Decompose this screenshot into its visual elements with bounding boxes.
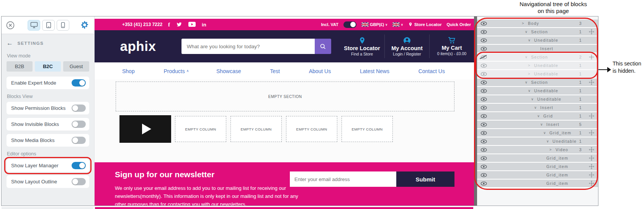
eye-icon[interactable] [477,21,490,26]
eye-icon[interactable] [477,89,490,93]
chevron-icon[interactable]: ∨ [525,55,529,59]
layer-row[interactable]: > Uneditable 1 [477,62,598,70]
layer-row[interactable]: Grid_item [477,154,598,163]
linkedin-icon[interactable]: in [202,22,206,28]
chevron-icon[interactable]: ∨ [540,122,544,126]
move-icon[interactable] [589,54,594,60]
eye-icon[interactable] [477,64,490,68]
layer-row[interactable]: ∨ Uneditable 1 [477,95,598,104]
facebook-icon[interactable]: f [168,21,170,28]
layer-row[interactable]: ∨ Section 1 [477,28,598,36]
eye-icon[interactable] [477,106,490,110]
layer-row[interactable]: Insert [477,45,598,53]
eye-icon[interactable] [477,156,490,160]
layer-row[interactable]: ∨ Uneditable 1 [477,36,598,45]
eye-icon[interactable] [477,80,490,85]
layer-row[interactable]: ∨ Grid 1 [477,112,598,121]
my-cart-menu-item[interactable]: My Cart 0 item(s) - £0.00 [429,34,474,58]
gear-icon[interactable] [80,21,90,30]
empty-column-block[interactable]: EMPTY COLUMN [286,116,337,142]
layer-row[interactable]: Grid_item [477,171,598,180]
layer-row[interactable]: Grid_item [477,180,598,188]
mobile-view-button[interactable] [57,20,69,31]
toggle-switch[interactable] [72,121,86,128]
chevron-icon[interactable]: ∨ [528,89,532,93]
toggle-switch[interactable] [72,178,86,185]
submit-button[interactable]: Submit [396,171,454,187]
layer-row[interactable]: > Uneditable 1 [477,70,598,78]
layer-row[interactable]: ∨ Insert 5 [477,121,598,129]
topbar-store-locator[interactable]: Store Locator [408,22,442,27]
desktop-view-button[interactable] [28,20,40,31]
layer-row[interactable]: > Body 3 [477,20,598,28]
search-input[interactable] [181,39,315,54]
empty-column-block[interactable]: EMPTY COLUMN [175,116,226,142]
nav-item[interactable]: Products∧ [163,68,189,74]
layer-row[interactable]: ∨ Insert 1 [477,104,598,112]
eye-icon[interactable] [477,38,490,42]
layer-row[interactable]: ∨ Grid_item 1 [477,129,598,137]
move-icon[interactable] [589,113,594,119]
move-icon[interactable] [589,29,594,34]
chevron-icon[interactable]: > [528,72,532,76]
eye-icon[interactable] [477,72,490,76]
chevron-icon[interactable]: ∨ [546,139,550,143]
vat-toggle[interactable] [343,21,356,28]
nav-item[interactable]: About Us [309,68,333,74]
move-icon[interactable] [589,130,594,136]
twitter-icon[interactable] [176,21,182,28]
move-icon[interactable] [589,80,594,85]
layer-row[interactable]: ∨ Uneditable 1 [477,87,598,95]
view-mode-button[interactable]: Guest [63,61,89,72]
nav-item[interactable]: Showcase [216,68,243,74]
move-icon[interactable] [589,172,594,178]
language-dropdown[interactable]: ∨ [392,22,403,27]
tablet-view-button[interactable] [42,20,55,31]
toggle-switch[interactable] [72,104,86,112]
layer-row[interactable]: Grid_item [477,163,598,171]
quick-order-link[interactable]: Quick Order [446,22,471,27]
chevron-icon[interactable]: ∨ [531,97,535,101]
empty-section-block[interactable]: EMPTY SECTION [116,82,454,111]
email-input[interactable] [290,171,396,187]
view-mode-button[interactable]: B2B [7,61,33,72]
eye-icon[interactable] [477,148,490,152]
youtube-icon[interactable] [188,22,196,27]
chevron-icon[interactable]: > [528,64,532,67]
eye-icon[interactable] [477,181,490,186]
my-account-menu-item[interactable]: My Account Login / Register [384,34,429,58]
toggle-switch[interactable] [72,79,86,87]
move-icon[interactable] [589,155,594,161]
chevron-icon[interactable]: ∨ [537,114,541,118]
move-icon[interactable] [589,147,594,152]
eye-icon[interactable] [477,55,490,59]
store-locator-menu-item[interactable]: Store Locator Find a Store [340,34,384,58]
view-mode-button[interactable]: B2C [35,61,61,72]
search-button[interactable] [315,39,331,54]
chevron-icon[interactable]: ∨ [525,30,529,34]
close-icon[interactable] [6,21,15,29]
currency-dropdown[interactable]: GBP(£)∨ [361,22,387,27]
eye-icon[interactable] [477,131,490,135]
empty-column-block[interactable]: EMPTY COLUMN [342,116,393,142]
chevron-icon[interactable]: ∨ [543,131,547,135]
layer-row[interactable]: ∨ Section 1 [477,78,598,87]
move-icon[interactable] [589,164,594,169]
nav-item[interactable]: Latest News [360,68,391,74]
layer-row[interactable]: ∨ Uneditable 1 [477,137,598,146]
eye-icon[interactable] [477,122,490,127]
empty-column-block[interactable]: EMPTY COLUMN [230,116,282,142]
eye-icon[interactable] [477,47,490,51]
layer-row[interactable]: ∨ Section 2 [477,53,598,62]
video-block[interactable] [119,115,171,143]
eye-icon[interactable] [477,173,490,177]
chevron-icon[interactable]: > [549,148,553,152]
eye-icon[interactable] [477,30,490,34]
chevron-icon[interactable]: ∨ [528,38,532,42]
eye-icon[interactable] [477,97,490,101]
chevron-icon[interactable]: ∨ [525,80,529,84]
nav-item[interactable]: Shop [122,68,136,74]
chevron-icon[interactable]: ∨ [534,106,538,109]
aphix-logo[interactable]: aphix [95,39,181,54]
nav-item[interactable]: Test [270,68,281,74]
